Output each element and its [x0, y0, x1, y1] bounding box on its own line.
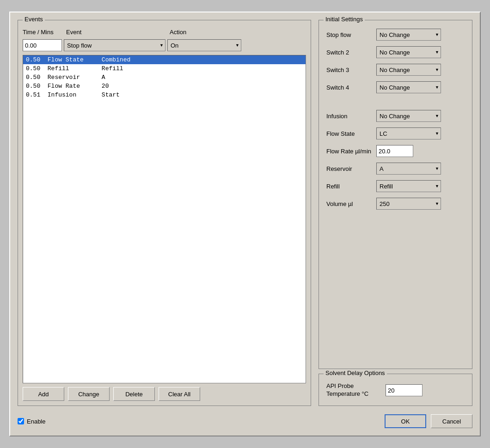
switch3-label: Switch 3 [326, 67, 373, 73]
event-header: Event [66, 29, 168, 36]
flow-rate-label: Flow Rate µl/min [326, 148, 373, 155]
flow-rate-row: Flow Rate µl/min [326, 145, 465, 157]
action-header: Action [170, 29, 244, 36]
infusion-row: Infusion No Change Start Stop [326, 110, 465, 122]
volume-label: Volume µl [326, 200, 373, 207]
reservoir-select[interactable]: A B [376, 163, 441, 175]
switch2-select[interactable]: No Change On Off [376, 46, 441, 58]
reservoir-wrapper: A B [376, 163, 441, 175]
stop-flow-wrapper: No Change On Off [376, 29, 441, 41]
events-buttons: Add Change Delete Clear All [23, 387, 306, 401]
delete-button[interactable]: Delete [113, 387, 155, 401]
action-select[interactable]: On Off [167, 39, 241, 51]
events-panel: Events Time / Mins Event Action Stop flo… [18, 20, 311, 406]
volume-select[interactable]: 250 500 1000 [376, 198, 441, 210]
reservoir-row: Reservoir A B [326, 163, 465, 175]
stop-flow-label: Stop flow [326, 31, 373, 38]
ok-button[interactable]: OK [385, 414, 426, 428]
add-button[interactable]: Add [23, 387, 64, 401]
list-item[interactable]: 0.51 Infusion Start [23, 91, 306, 99]
refill-select[interactable]: Refill No Refill [376, 180, 441, 192]
event-select[interactable]: Stop flow Flow State Refill Reservoir Fl… [64, 39, 165, 51]
switch4-label: Switch 4 [326, 84, 373, 91]
time-input[interactable] [23, 39, 62, 51]
events-inputs: Stop flow Flow State Refill Reservoir Fl… [23, 39, 306, 51]
volume-wrapper: 250 500 1000 [376, 198, 441, 210]
api-probe-row: API ProbeTemperature °C [326, 382, 465, 398]
refill-label: Refill [326, 183, 373, 190]
flow-state-wrapper: LC Combined Divert [376, 127, 441, 139]
list-item[interactable]: 0.50 Refill Refill [23, 64, 306, 73]
initial-settings-title: Initial Settings [324, 16, 365, 23]
list-item[interactable]: 0.50 Reservoir A [23, 73, 306, 82]
switch3-wrapper: No Change On Off [376, 64, 441, 76]
switch3-row: Switch 3 No Change On Off [326, 64, 465, 76]
cancel-button[interactable]: Cancel [431, 414, 472, 428]
switch4-row: Switch 4 No Change On Off [326, 81, 465, 93]
change-button[interactable]: Change [68, 387, 110, 401]
stop-flow-select[interactable]: No Change On Off [376, 29, 441, 41]
solvent-title: Solvent Delay Options [324, 369, 387, 376]
time-header: Time / Mins [23, 29, 64, 36]
infusion-wrapper: No Change Start Stop [376, 110, 441, 122]
volume-row: Volume µl 250 500 1000 [326, 198, 465, 210]
switch2-label: Switch 2 [326, 49, 373, 56]
infusion-select[interactable]: No Change Start Stop [376, 110, 441, 122]
switch4-select[interactable]: No Change On Off [376, 81, 441, 93]
enable-label: Enable [27, 418, 45, 425]
main-dialog: Events Time / Mins Event Action Stop flo… [9, 12, 481, 436]
event-select-wrapper: Stop flow Flow State Refill Reservoir Fl… [64, 39, 165, 51]
reservoir-label: Reservoir [326, 165, 373, 172]
flow-rate-input[interactable] [376, 145, 413, 157]
infusion-label: Infusion [326, 113, 373, 120]
list-item[interactable]: 0.50 Flow State Combined [23, 55, 306, 64]
api-probe-input[interactable] [386, 384, 423, 396]
list-item[interactable]: 0.50 Flow Rate 20 [23, 82, 306, 91]
stop-flow-row: Stop flow No Change On Off [326, 29, 465, 41]
main-content: Events Time / Mins Event Action Stop flo… [18, 20, 472, 406]
separator1 [326, 98, 465, 104]
switch2-row: Switch 2 No Change On Off [326, 46, 465, 58]
action-select-wrapper: On Off [167, 39, 241, 51]
enable-check[interactable] [18, 418, 24, 424]
switch2-wrapper: No Change On Off [376, 46, 441, 58]
switch4-wrapper: No Change On Off [376, 81, 441, 93]
events-list[interactable]: 0.50 Flow State Combined 0.50 Refill Ref… [23, 55, 306, 383]
ok-cancel-buttons: OK Cancel [385, 414, 472, 428]
events-header: Time / Mins Event Action [23, 29, 306, 36]
settings-panel: Initial Settings Stop flow No Change On … [318, 20, 472, 406]
refill-row: Refill Refill No Refill [326, 180, 465, 192]
events-title: Events [23, 16, 45, 23]
flow-state-row: Flow State LC Combined Divert [326, 127, 465, 139]
initial-settings: Initial Settings Stop flow No Change On … [318, 20, 472, 369]
flow-state-label: Flow State [326, 130, 373, 137]
enable-checkbox[interactable]: Enable [18, 418, 45, 425]
bottom-bar: Enable OK Cancel [18, 414, 472, 428]
flow-state-select[interactable]: LC Combined Divert [376, 127, 441, 139]
solvent-panel: Solvent Delay Options API ProbeTemperatu… [318, 374, 472, 406]
switch3-select[interactable]: No Change On Off [376, 64, 441, 76]
refill-wrapper: Refill No Refill [376, 180, 441, 192]
clear-all-button[interactable]: Clear All [159, 387, 200, 401]
api-probe-label: API ProbeTemperature °C [326, 382, 382, 398]
